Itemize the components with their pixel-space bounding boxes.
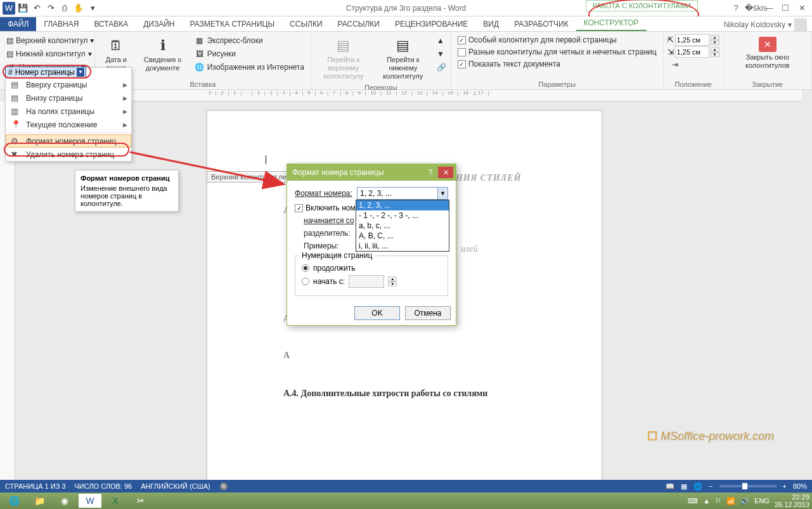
show-doc-text-checkbox[interactable]: ✓Показать текст документа [455, 58, 659, 70]
footer-bottom-input[interactable] [675, 46, 709, 58]
qat-more-icon[interactable]: ▾ [86, 2, 99, 15]
tab-designer[interactable]: КОНСТРУКТОР [576, 16, 647, 31]
view-web-icon[interactable]: 🌐 [693, 482, 702, 491]
action-center-icon[interactable]: ⚐ [715, 497, 721, 505]
close-icon[interactable]: ✕ [794, 3, 809, 13]
menu-format-page-numbers[interactable]: ⚙Формат номеров страниц... [6, 134, 131, 148]
header-button[interactable]: ▤Верхний колонтитул ▾ [4, 34, 91, 47]
prev-section-button[interactable]: ▲ [434, 34, 447, 47]
different-first-checkbox[interactable]: ✓Особый колонтитул для первой страницы [455, 34, 659, 46]
user-area[interactable]: Nikolay Koldovsky ▾ [724, 18, 807, 31]
spin-down-icon[interactable]: ▼ [388, 281, 397, 287]
status-page[interactable]: СТРАНИЦА 1 ИЗ 3 [5, 482, 66, 490]
menu-page-margins[interactable]: ▥На полях страницы▶ [6, 105, 131, 118]
spin-up-icon[interactable]: ▲ [711, 47, 719, 52]
network-icon[interactable]: 📶 [726, 497, 735, 505]
tab-developer[interactable]: РАЗРАБОТЧИК [506, 17, 576, 31]
zoom-value[interactable]: 80% [793, 482, 807, 490]
avatar[interactable] [794, 18, 807, 31]
tab-mailings[interactable]: РАССЫЛКИ [330, 17, 387, 31]
header-from-top[interactable]: ⇱▲▼ [667, 34, 719, 46]
footer-from-bottom[interactable]: ⇲▲▼ [667, 46, 719, 58]
clock[interactable]: 22:29 26.12.2013 [775, 493, 809, 508]
goto-footer-button[interactable]: ▤Перейти к нижнему колонтитулу [375, 34, 432, 82]
cancel-button[interactable]: Отмена [405, 306, 451, 320]
format-option[interactable]: A, B, C, ... [356, 231, 449, 241]
status-words[interactable]: ЧИСЛО СЛОВ: 96 [75, 482, 132, 490]
zoom-in-icon[interactable]: + [783, 482, 787, 490]
volume-icon[interactable]: 🔊 [740, 497, 749, 505]
tab-home[interactable]: ГЛАВНАЯ [36, 17, 86, 31]
different-odd-even-checkbox[interactable]: Разные колонтитулы для четных и нечетных… [455, 46, 659, 58]
format-option[interactable]: 1, 2, 3, ... [356, 200, 449, 210]
redo-icon[interactable]: ↷ [44, 2, 57, 15]
chrome-icon[interactable]: ◉ [53, 494, 76, 508]
next-section-button[interactable]: ▼ [434, 48, 447, 60]
dialog-close-icon[interactable]: ✕ [438, 167, 453, 178]
zoom-slider[interactable] [719, 485, 777, 487]
snip-icon[interactable]: ✂ [129, 494, 152, 508]
format-option[interactable]: - 1 -, - 2 -, - 3 -, ... [356, 210, 449, 221]
menu-bottom-of-page[interactable]: ▤Внизу страницы▶ [6, 91, 131, 105]
menu-top-of-page[interactable]: ▤Вверху страницы▶ [6, 78, 131, 91]
help-icon[interactable]: ? [728, 3, 744, 13]
tab-insert[interactable]: ВСТАВКА [86, 17, 136, 31]
ie-icon[interactable]: 🌐 [3, 494, 25, 508]
tab-design[interactable]: ДИЗАЙН [136, 17, 182, 31]
spin-up-icon[interactable]: ▲ [388, 276, 397, 281]
tab-layout[interactable]: РАЗМЕТКА СТРАНИЦЫ [183, 17, 283, 31]
insert-alignment-tab-button[interactable]: ⇥ [667, 58, 719, 71]
start-at-input[interactable] [349, 275, 384, 288]
undo-icon[interactable]: ↶ [30, 2, 43, 15]
continue-radio[interactable]: продолжить [302, 264, 441, 273]
excel-taskbar-icon[interactable]: X [104, 494, 127, 508]
ribbon-collapse-icon[interactable]: �škis [745, 3, 760, 13]
menu-remove-page-numbers[interactable]: ✖Удалить номера страниц [6, 148, 131, 161]
save-icon[interactable]: 💾 [16, 2, 29, 15]
horizontal-ruler[interactable]: · 3 · | · 2 · | · 1 · | · · · | · 1 · | … [15, 90, 802, 101]
zoom-out-icon[interactable]: − [709, 482, 712, 490]
pictures-button[interactable]: 🖼Рисунки [192, 48, 307, 60]
spin-up-icon[interactable]: ▲ [711, 35, 719, 40]
view-print-icon[interactable]: ▦ [681, 482, 687, 491]
header-top-input[interactable] [675, 34, 709, 46]
dialog-help-icon[interactable]: ? [424, 168, 437, 177]
start-at-radio[interactable]: начать с: ▲▼ [302, 275, 441, 288]
quick-print-icon[interactable]: ⎙ [58, 2, 71, 15]
tray-language[interactable]: ENG [754, 497, 770, 505]
tab-file[interactable]: ФАЙЛ [0, 17, 36, 31]
touch-mode-icon[interactable]: ✋ [72, 2, 85, 15]
goto-header-button[interactable]: ▤Перейти к верхнему колонтитулу [315, 34, 372, 82]
maximize-icon[interactable]: ☐ [778, 3, 793, 13]
page-number-dropdown-open[interactable]: # Номер страницы ▼ [5, 67, 86, 78]
link-previous-button[interactable]: 🔗 [434, 61, 447, 74]
tab-references[interactable]: ССЫЛКИ [282, 17, 330, 31]
quick-parts-button[interactable]: ▦Экспресс-блоки [192, 34, 307, 47]
zoom-thumb[interactable] [742, 483, 747, 489]
status-language[interactable]: АНГЛИЙСКИЙ (США) [141, 482, 210, 490]
view-read-icon[interactable]: 📖 [666, 482, 674, 491]
combo-arrow-icon[interactable]: ▼ [437, 188, 448, 199]
word-icon[interactable]: W [3, 2, 15, 15]
macro-record-icon[interactable]: 🔘 [219, 482, 228, 491]
close-header-footer-button[interactable]: ✕ Закрыть окно колонтитулов [728, 34, 808, 71]
keyboard-icon[interactable]: ⌨ [688, 497, 698, 505]
dialog-titlebar[interactable]: Формат номера страницы ? ✕ [287, 164, 456, 181]
word-taskbar-icon[interactable]: W [79, 494, 101, 508]
user-dropdown-icon[interactable]: ▾ [788, 20, 792, 29]
tray-expand-icon[interactable]: ▲ [703, 497, 710, 505]
format-option[interactable]: i, ii, iii, ... [356, 241, 449, 251]
footer-button[interactable]: ▤Нижний колонтитул ▾ [4, 48, 91, 60]
explorer-icon[interactable]: 📁 [28, 494, 51, 508]
minimize-icon[interactable]: — [761, 3, 777, 13]
online-pictures-button[interactable]: 🌐Изображения из Интернета [192, 61, 307, 74]
menu-current-position[interactable]: 📍Текущее положение▶ [6, 118, 131, 131]
tab-view[interactable]: ВИД [475, 17, 506, 31]
ok-button[interactable]: OK [354, 306, 400, 320]
doc-info-button[interactable]: ℹСведения о документе [136, 34, 189, 79]
spin-down-icon[interactable]: ▼ [711, 52, 719, 57]
tab-review[interactable]: РЕЦЕНЗИРОВАНИЕ [387, 17, 475, 31]
number-format-combo[interactable]: 1, 2, 3, ... ▼ [357, 187, 448, 200]
spin-down-icon[interactable]: ▼ [711, 40, 719, 45]
format-option[interactable]: a, b, c, ... [356, 221, 449, 231]
